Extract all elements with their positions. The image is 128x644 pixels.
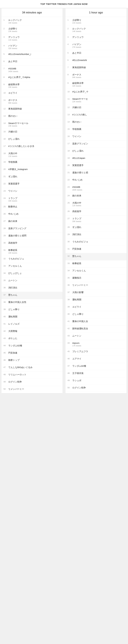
trend-item[interactable]: 12東海道新幹線 <box>1 106 63 113</box>
trend-item[interactable]: 9線状降水帯33K tweets <box>1 82 63 90</box>
trend-item[interactable]: 49ログイン戦争 <box>1 379 63 386</box>
trend-item[interactable]: 28温泉グランピング <box>1 226 63 232</box>
trend-item[interactable]: 45プレミアムフラ <box>65 348 127 356</box>
trend-item[interactable]: 40運転再開 <box>1 314 63 321</box>
trend-item[interactable]: 41重体の中国人女 <box>65 318 127 326</box>
trend-item[interactable]: 24娘の未来 <box>65 193 127 200</box>
trend-item[interactable]: 15学校推薦 <box>65 126 127 133</box>
trend-item[interactable]: 16びしょ濡れ <box>1 136 63 143</box>
trend-item[interactable]: 19学校推薦 <box>1 159 63 166</box>
trend-item[interactable]: 27トランプ30K tweets <box>65 216 127 224</box>
trend-item[interactable]: 40どしゃ降り <box>65 311 127 318</box>
trend-item[interactable]: 25騎乗停止 <box>1 204 63 211</box>
trend-item[interactable]: 32慧ちゃん <box>65 253 127 260</box>
trend-item[interactable]: 28ずぶ濡れ <box>65 224 127 232</box>
trend-item[interactable]: 26中2いじめ <box>1 211 63 218</box>
trend-item[interactable]: 22実業団選手 <box>1 181 63 188</box>
trend-item[interactable]: 50リメンバーミー <box>1 386 63 393</box>
trend-item[interactable]: 7東海道新幹線 <box>65 64 127 72</box>
trend-item[interactable]: 22中2いじめ <box>65 177 127 184</box>
trend-item[interactable]: 18大雨の中11K tweets <box>1 150 63 159</box>
trend-item[interactable]: 32うちわのビジュ <box>1 256 63 263</box>
trend-item[interactable]: 6#ELLEmeetsN <box>65 57 127 64</box>
trend-item[interactable]: 17温泉グランピン <box>65 140 127 148</box>
trend-item[interactable]: 10エビライ <box>1 90 63 97</box>
trend-item[interactable]: 36消灯演出 <box>1 285 63 292</box>
trend-item[interactable]: 49ラシュボ <box>65 378 127 385</box>
trend-item[interactable]: 13#ココスの推し <box>65 112 127 119</box>
trend-item[interactable]: 3デンリュウ <box>65 34 127 41</box>
trend-item[interactable]: 44Aqours17K tweets <box>65 340 127 349</box>
trend-item[interactable]: 47てんしなBIGぬいぐるみ <box>1 364 63 372</box>
trend-item[interactable]: 26高校進学 <box>65 208 127 216</box>
trend-item[interactable]: 8ボーナス94K tweets <box>65 72 127 80</box>
trend-item[interactable]: 11ボーナス96K tweets <box>1 97 63 106</box>
trend-item[interactable]: 21ずぶ濡れ <box>1 174 63 181</box>
trend-item[interactable]: 34アンセルくん <box>65 268 127 275</box>
trend-item[interactable]: 46検察トップ <box>1 357 63 364</box>
trend-item[interactable]: 43ポケふた <box>1 335 63 342</box>
trend-item[interactable]: 37慧ちゃん <box>1 292 63 299</box>
trend-item[interactable]: 39エビライ <box>65 304 127 311</box>
trend-item[interactable]: 8#なにわ男子_十Alpha <box>1 74 63 82</box>
trend-item[interactable]: 23ワイバン <box>1 188 63 195</box>
trend-item[interactable]: 36リメンバーミー <box>65 282 127 289</box>
trend-item[interactable]: 41レイノルズ <box>1 321 63 328</box>
trend-item[interactable]: 34びしょびしょ <box>1 270 63 278</box>
trend-item[interactable]: 42新幹線運転見合 <box>65 326 127 333</box>
trend-item[interactable]: 50ログイン戦争 <box>65 385 127 392</box>
trend-item[interactable]: 35ムートン <box>1 278 63 285</box>
trend-item[interactable]: 30高校進学 <box>1 240 63 247</box>
trend-item[interactable]: 2土砂降り23K tweets <box>1 26 63 34</box>
trend-item[interactable]: 17#ココスの推したいかき氷 <box>1 143 63 150</box>
trend-item[interactable]: 21遺族の憤りと煩 <box>65 170 127 177</box>
trend-item[interactable]: 15片鱗の日 <box>1 129 63 136</box>
trend-item[interactable]: 12片鱗の日 <box>65 104 127 112</box>
trend-item[interactable]: 46ユアマイ <box>65 356 127 363</box>
trend-item[interactable]: 16ワイバン <box>65 133 127 140</box>
trend-item[interactable]: 42大雨警報 <box>1 328 63 335</box>
trend-item[interactable]: 48リリムハーロット <box>1 372 63 379</box>
trend-item[interactable]: 10#なにわ男子_十 <box>65 89 127 96</box>
trend-item[interactable]: 18びしょ濡れ <box>65 148 127 155</box>
trend-item[interactable]: 33アンセルくん <box>1 263 63 270</box>
trend-item[interactable]: 27娘の未来 <box>1 218 63 226</box>
trend-item[interactable]: 4バイデン32K tweets <box>1 43 63 51</box>
trend-item[interactable]: 19#ELLEJapan <box>65 155 127 162</box>
trend-item[interactable]: 31円安加速 <box>65 246 127 253</box>
trend-item[interactable]: 7#SGMB345K tweets <box>1 66 63 74</box>
trend-item[interactable]: 6あと半日 <box>1 58 63 66</box>
trend-item[interactable]: 37大雨の影響 <box>65 289 127 296</box>
trend-item[interactable]: 13雨のせい <box>1 113 63 120</box>
trend-item[interactable]: 1土砂降り21K tweets <box>65 17 127 26</box>
trend-item[interactable]: 47ランダム62種 <box>65 363 127 370</box>
trend-item[interactable]: 5あと半日 <box>65 50 127 57</box>
trend-item[interactable]: 44ランダム62種 <box>1 342 63 350</box>
trend-item[interactable]: 48王子様衣装 <box>65 370 127 378</box>
trend-item[interactable]: 35避難指示 <box>65 275 127 282</box>
trend-item[interactable]: 25大雨の中11K tweets <box>65 200 127 208</box>
trend-item[interactable]: 29遺族の憤りと煩問 <box>1 232 63 240</box>
trend-item[interactable]: 43ムートン <box>65 333 127 340</box>
trend-item[interactable]: 5#ELLEmeetsNumber_i <box>1 51 63 58</box>
trend-item[interactable]: 20#岸優太_Instagram <box>1 166 63 174</box>
trend-item[interactable]: 29消灯演出 <box>65 232 127 239</box>
trend-item[interactable]: 30うちわのビジョ <box>65 239 127 246</box>
trend-item[interactable]: 9線状降水帯32K tweets <box>65 80 127 89</box>
trend-item[interactable]: 31検事総長10K tweets <box>1 247 63 256</box>
trend-item[interactable]: 20実業団選手 <box>65 162 127 170</box>
trend-item[interactable]: 11Steamサマーセ22K tweets <box>65 96 127 104</box>
trend-item[interactable]: 4バイデン27K tweets <box>65 41 127 50</box>
trend-item[interactable]: 45円安加速 <box>1 350 63 357</box>
trend-item[interactable]: 14雨のせい <box>65 119 127 126</box>
trend-item[interactable]: 38重体の中国人女性 <box>1 299 63 306</box>
trend-item[interactable]: 24トランプ34K tweets <box>1 195 63 204</box>
trend-item[interactable]: 3デンリュウ11K tweets <box>1 34 63 43</box>
trend-item[interactable]: 33検事総長 <box>65 260 127 268</box>
trend-item[interactable]: 39どしゃ降り <box>1 306 63 314</box>
trend-item[interactable]: 23#SGMB284K tweets <box>65 184 127 193</box>
trend-item[interactable]: 14Steamサマーセール23K tweets <box>1 120 63 129</box>
trend-item[interactable]: 1ルックバック16K tweets <box>1 17 63 26</box>
trend-item[interactable]: 38運転再開 <box>65 296 127 304</box>
trend-item[interactable]: 2ルックバック14K tweets <box>65 26 127 34</box>
